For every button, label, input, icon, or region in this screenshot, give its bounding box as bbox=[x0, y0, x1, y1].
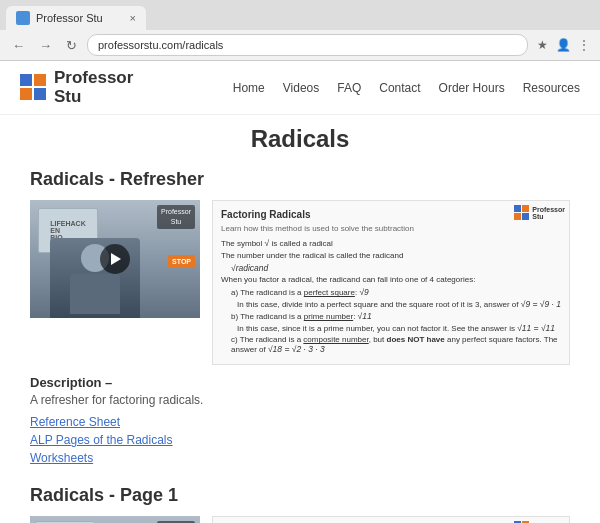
notes-logo: ProfessorStu bbox=[514, 205, 565, 221]
notes-cat1-detail: In this case, divide into a perfect squa… bbox=[237, 299, 561, 309]
video-layout-page1: LIFEHACKENBIO ProfessorStu STOP Simplify… bbox=[30, 516, 570, 523]
site-navigation: Home Videos FAQ Contact Order Hours Reso… bbox=[233, 81, 580, 95]
menu-icon[interactable]: ⋮ bbox=[576, 37, 592, 53]
address-bar: ← → ↻ ★ 👤 ⋮ bbox=[0, 30, 600, 60]
notes-categories: When you factor a radical, the radicand … bbox=[221, 275, 561, 284]
tab-bar: Professor Stu × bbox=[0, 0, 600, 30]
notes-radicand: √radicand bbox=[231, 263, 561, 273]
link-worksheets[interactable]: Worksheets bbox=[30, 451, 570, 465]
notes-line2: The number under the radical is called t… bbox=[221, 251, 561, 260]
nav-home[interactable]: Home bbox=[233, 81, 265, 95]
notes-panel-refresher: Factoring Radicals Learn how this method… bbox=[212, 200, 570, 365]
description-text: A refresher for factoring radicals. bbox=[30, 393, 570, 407]
nav-order-hours[interactable]: Order Hours bbox=[439, 81, 505, 95]
logo-text: Professor Stu bbox=[54, 69, 133, 106]
section-page1: Radicals - Page 1 LIFEHACKENBIO Professo… bbox=[30, 485, 570, 523]
notes-line1: The symbol √ is called a radical bbox=[221, 238, 561, 248]
bookmark-icon[interactable]: ★ bbox=[534, 37, 550, 53]
tab-favicon bbox=[16, 11, 30, 25]
video-badge-stop: STOP bbox=[168, 255, 195, 268]
active-tab[interactable]: Professor Stu × bbox=[6, 6, 146, 30]
nav-faq[interactable]: FAQ bbox=[337, 81, 361, 95]
notes-cat2: b) The radicand is a prime number: √11 bbox=[231, 311, 561, 321]
site-header: Professor Stu Home Videos FAQ Contact Or… bbox=[0, 61, 600, 115]
nav-videos[interactable]: Videos bbox=[283, 81, 319, 95]
tab-title: Professor Stu bbox=[36, 12, 124, 24]
video-layout-refresher: LIFEHACKENBIO ProfessorStu STOP bbox=[30, 200, 570, 365]
main-content: Radicals Radicals - Refresher LIFEHACKEN… bbox=[0, 115, 600, 523]
video-thumbnail-refresher[interactable]: LIFEHACKENBIO ProfessorStu STOP bbox=[30, 200, 200, 318]
notes-cat3: c) The radicand is a composite number, b… bbox=[231, 335, 561, 354]
description-refresher: Description – A refresher for factoring … bbox=[30, 375, 570, 407]
forward-button[interactable]: → bbox=[35, 36, 56, 55]
nav-resources[interactable]: Resources bbox=[523, 81, 580, 95]
back-button[interactable]: ← bbox=[8, 36, 29, 55]
notes-subtitle: Learn how this method is used to solve t… bbox=[221, 224, 414, 233]
profile-icon[interactable]: 👤 bbox=[555, 37, 571, 53]
logo[interactable]: Professor Stu bbox=[20, 69, 133, 106]
link-reference-sheet[interactable]: Reference Sheet bbox=[30, 415, 570, 429]
link-alp-pages[interactable]: ALP Pages of the Radicals bbox=[30, 433, 570, 447]
video-thumbnail-page1[interactable]: LIFEHACKENBIO ProfessorStu STOP bbox=[30, 516, 200, 523]
nav-contact[interactable]: Contact bbox=[379, 81, 420, 95]
section-refresher-title: Radicals - Refresher bbox=[30, 169, 570, 190]
reload-button[interactable]: ↻ bbox=[62, 36, 81, 55]
play-button-refresher[interactable] bbox=[100, 244, 130, 274]
notes-cat1: a) The radicand is a perfect square: √9 bbox=[231, 287, 561, 297]
browser-chrome: Professor Stu × ← → ↻ ★ 👤 ⋮ bbox=[0, 0, 600, 61]
video-badge-ps: ProfessorStu bbox=[157, 205, 195, 229]
page-title: Radicals bbox=[30, 125, 570, 153]
section-refresher: Radicals - Refresher LIFEHACKENBIO Profe… bbox=[30, 169, 570, 465]
tab-close-button[interactable]: × bbox=[130, 12, 136, 24]
notes-cat2-detail: In this case, since it is a prime number… bbox=[237, 323, 561, 333]
video-bg2: LIFEHACKENBIO ProfessorStu STOP bbox=[30, 516, 200, 523]
logo-icon bbox=[20, 74, 48, 102]
notes-title: Factoring Radicals bbox=[221, 209, 414, 220]
notes-panel-page1: Simplifying Radicals Here we review the … bbox=[212, 516, 570, 523]
browser-toolbar-icons: ★ 👤 ⋮ bbox=[534, 37, 592, 53]
section-page1-title: Radicals - Page 1 bbox=[30, 485, 570, 506]
url-input[interactable] bbox=[87, 34, 528, 56]
description-label: Description – bbox=[30, 375, 112, 390]
